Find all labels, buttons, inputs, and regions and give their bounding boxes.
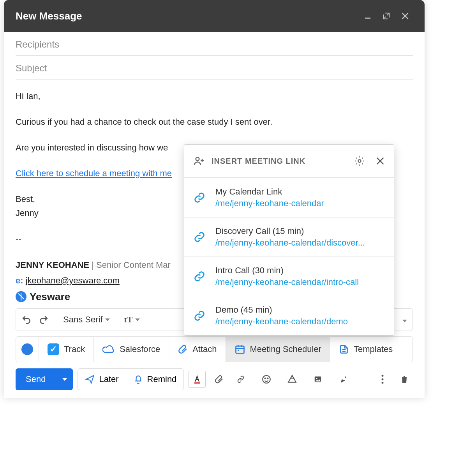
maximize-button[interactable] bbox=[379, 8, 394, 24]
meeting-link-item[interactable]: My Calendar Link /me/jenny-keohane-calen… bbox=[184, 178, 394, 218]
checkbox-checked-icon: ✓ bbox=[48, 343, 59, 355]
font-family-label: Sans Serif bbox=[63, 315, 103, 325]
meeting-scheduler-label: Meeting Scheduler bbox=[250, 344, 321, 354]
attach-label: Attach bbox=[192, 344, 217, 354]
send-dropdown[interactable] bbox=[56, 368, 73, 390]
send-later-icon bbox=[85, 374, 95, 384]
font-size-dropdown[interactable]: tT bbox=[124, 315, 140, 325]
bell-icon bbox=[133, 374, 143, 384]
meeting-link-url: /me/jenny-keohane-calendar/intro-call bbox=[215, 277, 384, 287]
font-size-glyph: tT bbox=[124, 315, 133, 325]
insert-image-button[interactable] bbox=[309, 371, 326, 388]
meeting-popup-header: INSERT MEETING LINK bbox=[184, 145, 394, 178]
meeting-link-name: My Calendar Link bbox=[215, 187, 384, 197]
yesware-brand-text: Yesware bbox=[30, 289, 70, 304]
signature-email[interactable]: jkeohane@yesware.com bbox=[26, 276, 120, 285]
schedule-meeting-link[interactable]: Click here to schedule a meeting with me bbox=[16, 168, 172, 178]
svg-point-1 bbox=[358, 160, 361, 163]
yesware-menu-button[interactable] bbox=[16, 337, 39, 362]
track-toggle[interactable]: ✓ Track bbox=[39, 337, 94, 362]
insert-link-button[interactable] bbox=[232, 371, 249, 388]
meeting-link-item[interactable]: Demo (45 min) /me/jenny-keohane-calendar… bbox=[184, 296, 394, 335]
insert-meeting-link-popup: INSERT MEETING LINK My Calendar Link /me… bbox=[184, 144, 394, 336]
templates-label: Templates bbox=[354, 344, 393, 354]
later-remind-group: Later Remind bbox=[78, 368, 184, 390]
calendar-icon bbox=[234, 344, 245, 355]
formatting-more-dropdown[interactable] bbox=[402, 315, 407, 324]
send-button[interactable]: Send bbox=[16, 368, 73, 390]
compose-window: New Message Hi Ian, Curious if you had a… bbox=[4, 0, 425, 398]
attach-button[interactable]: Attach bbox=[169, 337, 226, 362]
more-options-button[interactable] bbox=[374, 371, 391, 388]
link-icon bbox=[194, 310, 205, 322]
link-icon bbox=[194, 231, 205, 243]
link-icon bbox=[194, 192, 205, 203]
track-label: Track bbox=[64, 344, 85, 354]
send-later-button[interactable]: Later bbox=[78, 369, 125, 390]
send-row: Send Later Remind bbox=[4, 362, 425, 398]
svg-point-6 bbox=[265, 378, 266, 379]
meeting-link-name: Demo (45 min) bbox=[215, 305, 384, 315]
svg-point-7 bbox=[267, 378, 268, 379]
meeting-popup-title: INSERT MEETING LINK bbox=[212, 157, 348, 166]
signature-role: Senior Content Mar bbox=[96, 260, 171, 270]
confidential-mode-button[interactable] bbox=[335, 371, 352, 388]
link-icon bbox=[194, 271, 205, 282]
subject-input[interactable] bbox=[16, 63, 413, 74]
svg-rect-2 bbox=[236, 346, 244, 354]
signature-e-label: e: bbox=[16, 276, 23, 285]
chevron-down-icon bbox=[402, 320, 407, 322]
minimize-button[interactable] bbox=[360, 8, 376, 24]
salesforce-button[interactable]: Salesforce bbox=[94, 337, 169, 362]
svg-point-10 bbox=[345, 377, 347, 378]
body-greeting: Hi Ian, bbox=[16, 90, 413, 103]
insert-emoji-button[interactable] bbox=[258, 371, 275, 388]
meeting-link-item[interactable]: Intro Call (30 min) /me/jenny-keohane-ca… bbox=[184, 257, 394, 296]
svg-point-11 bbox=[382, 375, 384, 377]
text-color-button[interactable] bbox=[189, 371, 206, 388]
remind-label: Remind bbox=[147, 374, 177, 384]
svg-point-13 bbox=[382, 382, 384, 384]
svg-point-0 bbox=[196, 157, 199, 161]
body-p1: Curious if you had a chance to check out… bbox=[16, 115, 413, 129]
signature-name: JENNY KEOHANE bbox=[16, 260, 89, 270]
send-label: Send bbox=[16, 368, 56, 390]
meeting-scheduler-button[interactable]: Meeting Scheduler bbox=[226, 337, 330, 362]
redo-button[interactable] bbox=[39, 315, 49, 325]
svg-rect-4 bbox=[194, 382, 200, 384]
chevron-down-icon bbox=[105, 318, 110, 321]
insert-drive-button[interactable] bbox=[284, 371, 301, 388]
font-family-dropdown[interactable]: Sans Serif bbox=[63, 315, 110, 325]
close-icon[interactable] bbox=[375, 156, 385, 166]
recipients-row bbox=[16, 32, 413, 56]
title-bar: New Message bbox=[4, 0, 425, 32]
chevron-down-icon bbox=[62, 378, 67, 381]
attach-file-button[interactable] bbox=[210, 371, 227, 388]
chevron-down-icon bbox=[135, 318, 140, 321]
meeting-link-url: /me/jenny-keohane-calendar/demo bbox=[215, 317, 384, 327]
window-title: New Message bbox=[16, 10, 357, 22]
yesware-mark-icon bbox=[16, 291, 26, 302]
yesware-icon bbox=[21, 343, 33, 355]
recipients-input[interactable] bbox=[16, 39, 413, 50]
svg-rect-3 bbox=[238, 350, 239, 351]
svg-point-12 bbox=[382, 378, 384, 380]
meeting-link-name: Discovery Call (15 min) bbox=[215, 226, 384, 236]
svg-point-9 bbox=[316, 378, 317, 379]
document-icon bbox=[339, 344, 349, 355]
add-person-icon bbox=[193, 155, 205, 167]
close-button[interactable] bbox=[397, 8, 413, 24]
svg-point-5 bbox=[263, 375, 271, 383]
discard-draft-button[interactable] bbox=[396, 371, 413, 388]
remind-button[interactable]: Remind bbox=[126, 369, 184, 390]
cloud-icon bbox=[102, 345, 115, 354]
undo-button[interactable] bbox=[21, 315, 32, 325]
subject-row bbox=[16, 56, 413, 80]
gear-icon[interactable] bbox=[354, 156, 365, 166]
meeting-link-item[interactable]: Discovery Call (15 min) /me/jenny-keohan… bbox=[184, 218, 394, 257]
meeting-link-name: Intro Call (30 min) bbox=[215, 265, 384, 276]
later-label: Later bbox=[99, 374, 118, 384]
templates-button[interactable]: Templates bbox=[330, 337, 401, 362]
yesware-toolbar: ✓ Track Salesforce Attach Meeting Schedu… bbox=[16, 336, 413, 362]
salesforce-label: Salesforce bbox=[120, 344, 160, 354]
